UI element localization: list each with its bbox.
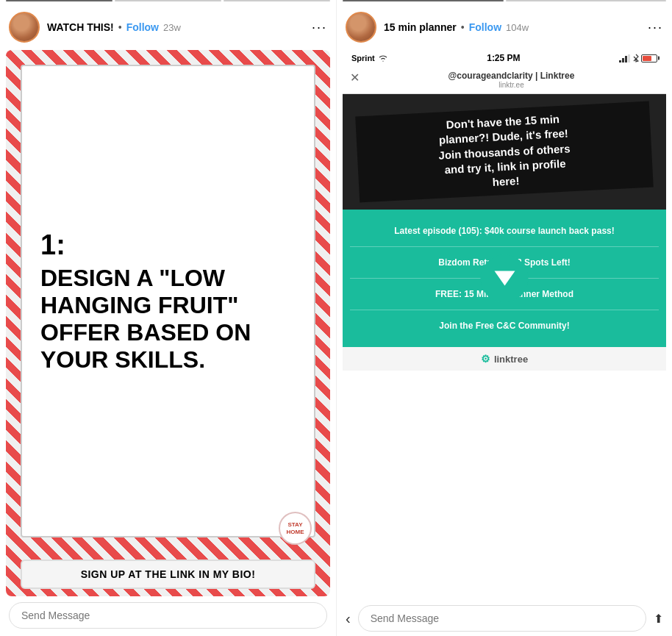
linktree-section: Latest episode (105): $40k course launch…: [343, 210, 666, 347]
right-follow-button[interactable]: Follow: [469, 21, 501, 33]
right-avatar[interactable]: [346, 12, 376, 43]
linktree-logo-icon: ⚙: [481, 353, 490, 365]
promo-banner: Don't have the 15 min planner?! Dude, it…: [343, 94, 666, 210]
status-left: Sprint: [351, 54, 388, 62]
svg-rect-1: [622, 58, 624, 62]
left-nav-arrow[interactable]: ‹: [346, 610, 351, 627]
right-story-time: 104w: [506, 22, 529, 33]
progress-seg-2: [115, 0, 221, 1]
battery-icon: [641, 54, 657, 62]
status-right: [619, 54, 657, 62]
right-panel: 15 min planner • Follow 104w ··· Sprint: [336, 0, 672, 636]
card-body: DESIGN A "LOW HANGING FRUIT" OFFER BASED…: [40, 265, 251, 372]
left-panel: WATCH THIS! • Follow 23w ··· 1: DESIGN A…: [0, 0, 336, 636]
right-bottom-nav: ‹ ⬆: [337, 601, 672, 636]
left-send-message-input[interactable]: [9, 602, 327, 629]
left-story-title: WATCH THIS!: [47, 21, 114, 33]
left-story-content: 1: DESIGN A "LOW HANGING FRUIT" OFFER BA…: [6, 50, 330, 596]
left-story-header: WATCH THIS! • Follow 23w ···: [0, 4, 336, 50]
status-bar: Sprint 1:25 PM: [343, 50, 666, 66]
right-more-button[interactable]: ···: [648, 20, 663, 35]
wifi-icon: [378, 54, 388, 62]
progress-seg-1: [6, 0, 112, 1]
card-text: 1: DESIGN A "LOW HANGING FRUIT" OFFER BA…: [40, 229, 299, 374]
right-story-meta: 15 min planner • Follow 104w: [384, 21, 640, 33]
svg-rect-3: [628, 54, 630, 62]
phone-screen: Sprint 1:25 PM: [343, 50, 666, 601]
status-time: 1:25 PM: [487, 53, 520, 63]
left-more-button[interactable]: ···: [312, 20, 327, 35]
svg-rect-0: [619, 60, 621, 62]
right-story-content: Sprint 1:25 PM: [343, 50, 666, 601]
lt-button-3[interactable]: Join the Free C&C Community!: [350, 310, 659, 341]
left-dot: •: [118, 21, 122, 33]
browser-domain: @courageandclarity | Linktree: [364, 71, 659, 81]
browser-bar: ✕ @courageandclarity | Linktree linktr.e…: [343, 66, 666, 94]
left-avatar[interactable]: [9, 12, 40, 43]
linktree-brand: linktree: [494, 354, 528, 365]
left-send-message-row: [0, 596, 336, 636]
arrow-down-icon: [494, 271, 515, 286]
card-inner: 1: DESIGN A "LOW HANGING FRUIT" OFFER BA…: [21, 65, 315, 537]
browser-close-icon[interactable]: ✕: [350, 71, 360, 85]
linktree-footer: ⚙ linktree: [343, 347, 666, 371]
left-cta-box: SIGN UP AT THE LINK IN MY BIO!: [21, 560, 315, 589]
signal-icon: [619, 54, 631, 62]
card-number: 1:: [40, 229, 299, 262]
carrier-text: Sprint: [351, 54, 375, 62]
battery-fill: [643, 56, 651, 61]
lt-button-0[interactable]: Latest episode (105): $40k course launch…: [350, 215, 659, 247]
left-follow-button[interactable]: Follow: [126, 21, 159, 33]
right-dot: •: [461, 21, 465, 33]
left-cta-text: SIGN UP AT THE LINK IN MY BIO!: [33, 568, 303, 580]
share-icon[interactable]: ⬆: [654, 612, 663, 626]
bluetooth-icon: [633, 54, 639, 62]
swipe-down-arrow[interactable]: [481, 254, 529, 302]
left-story-time: 23w: [163, 22, 181, 33]
right-story-header: 15 min planner • Follow 104w ···: [337, 4, 672, 50]
right-story-title: 15 min planner: [384, 21, 457, 33]
browser-subdomain: linktr.ee: [364, 81, 659, 89]
svg-rect-2: [625, 56, 627, 62]
right-progress-seg-1: [343, 0, 504, 1]
stay-home-badge: STAY HOME: [279, 512, 312, 545]
promo-line5: here!: [492, 174, 520, 188]
left-story-meta: WATCH THIS! • Follow 23w: [47, 21, 304, 33]
progress-seg-3: [224, 0, 330, 1]
right-send-message-input[interactable]: [358, 605, 646, 632]
right-progress-seg-2: [506, 0, 667, 1]
